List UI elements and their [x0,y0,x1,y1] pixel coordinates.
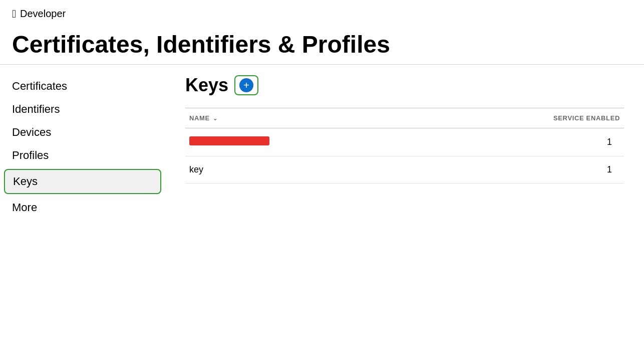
redacted-name-bar [189,136,269,145]
table-header-row: NAME ⌄ SERVICE ENABLED [185,108,624,128]
sidebar-item-more[interactable]: More [0,196,165,219]
keys-section-title: Keys [185,75,228,96]
keys-table: NAME ⌄ SERVICE ENABLED 1 [185,108,624,184]
table-row[interactable]: key 1 [185,156,624,183]
main-content: Keys + NAME ⌄ SERVICE ENABLED [165,65,644,315]
plus-icon: + [239,78,253,92]
add-key-button[interactable]: + [234,75,258,95]
key-name-cell [185,128,423,156]
sidebar-item-identifiers[interactable]: Identifiers [0,98,165,121]
apple-logo-icon:  [12,9,16,20]
service-count-value: 1 [607,164,612,175]
column-header-service-enabled: SERVICE ENABLED [423,108,624,128]
sidebar: Certificates Identifiers Devices Profile… [0,65,165,315]
key-service-count-cell: 1 [423,156,624,183]
table-row[interactable]: 1 [185,128,624,156]
service-count-value: 1 [607,137,612,147]
sidebar-item-keys[interactable]: Keys [4,169,161,194]
keys-header: Keys + [185,75,624,96]
key-service-count-cell: 1 [423,128,624,156]
key-name-cell: key [185,156,423,183]
sidebar-item-devices[interactable]: Devices [0,121,165,144]
key-name-label: key [189,164,203,175]
column-header-name[interactable]: NAME ⌄ [185,108,423,128]
header-developer-label: Developer [20,8,66,20]
sidebar-item-profiles[interactable]: Profiles [0,144,165,167]
sort-arrow-icon: ⌄ [213,115,218,121]
page-title-section: Certificates, Identifiers & Profiles [0,24,644,65]
content-area: Certificates Identifiers Devices Profile… [0,65,644,315]
sidebar-item-certificates[interactable]: Certificates [0,75,165,98]
page-title: Certificates, Identifiers & Profiles [12,32,632,58]
header:  Developer [0,0,644,24]
